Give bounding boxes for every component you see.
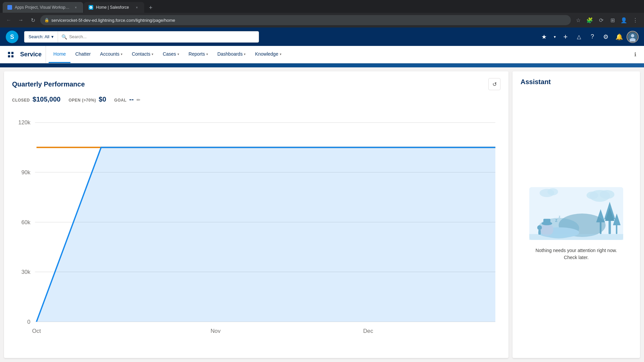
svg-point-48 xyxy=(537,225,542,230)
search-type-dropdown-icon: ▾ xyxy=(51,34,54,39)
svg-text:z: z xyxy=(555,218,557,223)
performance-card: Quarterly Performance ↺ CLOSED $105,000 … xyxy=(4,71,508,358)
sf-navbar: Service Home Chatter Accounts ▾ Contacts… xyxy=(0,46,644,63)
svg-rect-11 xyxy=(0,63,644,67)
open-value: $0 xyxy=(99,96,106,103)
reload-button[interactable]: ↻ xyxy=(28,15,38,25)
card-header: Quarterly Performance ↺ xyxy=(4,71,508,96)
chart-area: 120k 90k 60k 30k 0 xyxy=(4,109,508,358)
tab-close-sf[interactable]: × xyxy=(134,5,140,10)
stat-goal: GOAL -- ✏ xyxy=(114,96,141,103)
stat-closed: CLOSED $105,000 xyxy=(12,96,60,103)
forward-button[interactable]: → xyxy=(16,15,25,25)
performance-chart: 120k 90k 60k 30k 0 xyxy=(12,109,500,358)
assistant-card: Assistant xyxy=(513,71,640,358)
notifications-button[interactable]: 🔔 xyxy=(613,31,625,43)
nav-item-accounts[interactable]: Accounts ▾ xyxy=(95,46,127,63)
sf-header: S Search: All ▾ 🔍 ★ ▾ + △ ? ⚙ 🔔 xyxy=(0,27,644,46)
svg-rect-37 xyxy=(616,224,617,234)
tab-favicon-sf: S xyxy=(89,5,93,10)
user-avatar[interactable] xyxy=(627,31,639,43)
closed-value: $105,000 xyxy=(33,96,60,103)
nav-item-chatter[interactable]: Chatter xyxy=(70,46,95,63)
search-type-button[interactable]: Search: All ▾ xyxy=(24,31,58,43)
new-tab-button[interactable]: + xyxy=(146,3,155,13)
bookmark-star-icon[interactable]: ☆ xyxy=(574,15,583,25)
nav-info-button[interactable]: ℹ xyxy=(629,46,641,63)
svg-rect-8 xyxy=(11,52,13,54)
svg-rect-44 xyxy=(543,219,550,224)
svg-text:0: 0 xyxy=(27,319,30,325)
tab-favicon-apps xyxy=(7,5,12,10)
card-title: Quarterly Performance xyxy=(12,80,85,88)
assistant-header: Assistant xyxy=(513,71,640,90)
profile-icon[interactable]: 👤 xyxy=(619,15,629,25)
reports-dropdown-arrow: ▾ xyxy=(206,52,208,56)
nav-item-knowledge[interactable]: Knowledge ▾ xyxy=(250,46,286,63)
stats-row: CLOSED $105,000 OPEN (>70%) $0 GOAL -- ✏ xyxy=(4,96,508,109)
sf-logo[interactable]: S xyxy=(5,30,19,44)
assistant-illustration: z z Nothing needs your attention right n… xyxy=(513,90,640,358)
address-bar[interactable]: 🔒 servicerocket-5f-dev-ed.lightning.forc… xyxy=(40,15,571,25)
add-new-button[interactable]: + xyxy=(559,31,572,43)
svg-text:z: z xyxy=(559,215,560,219)
dashboards-dropdown-arrow: ▾ xyxy=(244,52,246,56)
svg-rect-49 xyxy=(538,230,541,235)
svg-point-29 xyxy=(587,191,598,199)
browser-tab-sf[interactable]: S Home | Salesforce × xyxy=(84,2,144,13)
back-button[interactable]: ← xyxy=(4,15,13,25)
open-label: OPEN (>70%) xyxy=(68,98,96,103)
search-type-label: Search: All xyxy=(29,34,49,39)
sf-app: S Search: All ▾ 🔍 ★ ▾ + △ ? ⚙ 🔔 xyxy=(0,27,644,362)
browser-tabs: Apps Project, Visual Workspace... × S Ho… xyxy=(0,0,644,13)
svg-rect-9 xyxy=(8,55,10,57)
help-button[interactable]: ? xyxy=(586,31,598,43)
sf-main: Quarterly Performance ↺ CLOSED $105,000 … xyxy=(0,67,644,362)
chart-fill-area xyxy=(37,147,495,322)
sync-icon[interactable]: ⟳ xyxy=(596,15,606,25)
extension-puzzle-icon[interactable]: 🧩 xyxy=(585,15,594,25)
svg-text:30k: 30k xyxy=(21,269,31,275)
svg-point-5 xyxy=(631,34,634,37)
svg-point-28 xyxy=(600,190,614,199)
toolbar-icons: ☆ 🧩 ⟳ ⊞ 👤 ⋮ xyxy=(574,15,640,25)
accounts-dropdown-arrow: ▾ xyxy=(121,52,122,56)
menu-icon[interactable]: ⋮ xyxy=(631,15,640,25)
contacts-dropdown-arrow: ▾ xyxy=(152,52,153,56)
lock-icon: 🔒 xyxy=(44,18,49,22)
nav-items: Home Chatter Accounts ▾ Contacts ▾ Cases… xyxy=(49,46,629,63)
tab-title-sf: Home | Salesforce xyxy=(96,5,131,10)
svg-text:S: S xyxy=(91,7,92,8)
nav-item-cases[interactable]: Cases ▾ xyxy=(158,46,184,63)
refresh-button[interactable]: ↺ xyxy=(488,78,500,90)
nav-item-reports[interactable]: Reports ▾ xyxy=(184,46,213,63)
grid-icon[interactable]: ⊞ xyxy=(608,15,617,25)
apps-grid-button[interactable] xyxy=(3,46,19,63)
cases-dropdown-arrow: ▾ xyxy=(177,52,179,56)
svg-text:S: S xyxy=(10,34,14,40)
tab-title-apps: Apps Project, Visual Workspace... xyxy=(15,5,70,10)
einstein-illustration: z z xyxy=(529,187,623,240)
assistant-title: Assistant xyxy=(521,78,632,86)
goal-value: -- xyxy=(129,96,133,103)
nav-item-dashboards[interactable]: Dashboards ▾ xyxy=(213,46,251,63)
edit-goal-icon[interactable]: ✏ xyxy=(137,97,141,103)
nav-item-contacts[interactable]: Contacts ▾ xyxy=(127,46,158,63)
nav-item-home[interactable]: Home xyxy=(49,46,70,63)
stat-open: OPEN (>70%) $0 xyxy=(68,96,106,103)
url-text: servicerocket-5f-dev-ed.lightning.force.… xyxy=(51,18,567,23)
favorites-button[interactable]: ★ xyxy=(538,31,550,43)
favorites-dropdown-button[interactable]: ▾ xyxy=(551,31,558,43)
svg-text:120k: 120k xyxy=(18,119,31,126)
tab-close-apps[interactable]: × xyxy=(73,5,78,10)
svg-rect-7 xyxy=(8,52,10,54)
salesforce-help-icon[interactable]: △ xyxy=(573,31,585,43)
sf-banner xyxy=(0,63,644,67)
sf-search-bar: Search: All ▾ 🔍 xyxy=(24,31,259,43)
svg-text:Oct: Oct xyxy=(32,328,41,334)
search-input[interactable] xyxy=(69,34,255,39)
search-input-wrap: 🔍 xyxy=(58,31,259,43)
setup-button[interactable]: ⚙ xyxy=(600,31,612,43)
browser-tab-apps[interactable]: Apps Project, Visual Workspace... × xyxy=(3,2,83,13)
knowledge-dropdown-arrow: ▾ xyxy=(280,52,281,56)
